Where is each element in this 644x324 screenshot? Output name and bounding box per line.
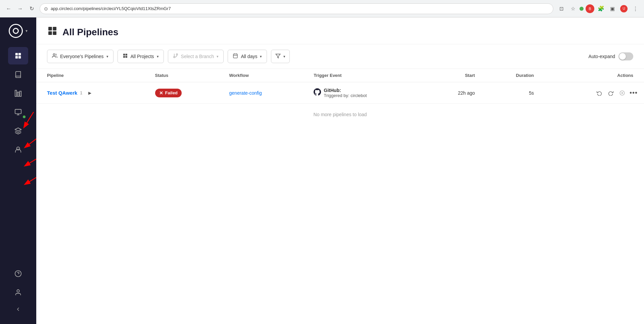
sidebar-item-insights[interactable] xyxy=(8,85,28,102)
col-pipeline: Pipeline xyxy=(36,69,144,82)
svg-marker-34 xyxy=(276,54,280,58)
projects-filter-chevron: ▾ xyxy=(157,54,159,59)
projects-filter-icon xyxy=(123,53,128,60)
trigger-cell: GitHub: Triggered by: circlebot xyxy=(303,82,423,104)
table-header: Pipeline Status Workflow Trigger Event S… xyxy=(36,69,644,82)
sidebar-collapse-button[interactable] xyxy=(8,303,28,316)
svg-rect-7 xyxy=(18,56,21,58)
svg-rect-23 xyxy=(123,54,125,55)
svg-rect-30 xyxy=(233,54,237,58)
filter-button[interactable]: ▾ xyxy=(271,50,290,63)
more-chrome-button[interactable]: ⋮ xyxy=(631,4,640,13)
avatar-profile-button[interactable]: U xyxy=(619,4,629,13)
auto-expand-toggle[interactable] xyxy=(618,52,633,60)
svg-point-28 xyxy=(176,54,178,55)
toggle-knob xyxy=(619,53,626,60)
toolbar: Everyone's Pipelines ▾ All Projects ▾ Se… xyxy=(36,44,644,69)
col-actions: Actions xyxy=(539,69,644,82)
col-start: Start xyxy=(423,69,480,82)
no-more-pipelines-row: No more pipelines to load xyxy=(36,104,644,126)
browser-chrome: ← → ↻ ⊙ app.circleci.com/pipelines/circl… xyxy=(0,0,644,17)
chrome-actions: ⊡ ☆ B 🧩 ▣ U ⋮ xyxy=(557,4,640,13)
nav-buttons: ← → ↻ xyxy=(4,4,36,13)
auto-expand-container: Auto-expand xyxy=(589,52,633,60)
address-bar[interactable]: ⊙ app.circleci.com/pipelines/circleci/YL… xyxy=(40,3,553,14)
svg-point-29 xyxy=(174,56,175,58)
app-container: ▾ xyxy=(0,17,644,324)
col-trigger: Trigger Event xyxy=(303,69,423,82)
svg-rect-8 xyxy=(15,90,17,96)
duration-cell: 5s xyxy=(480,82,539,104)
status-text: Failed xyxy=(165,90,178,95)
pipeline-name-cell: Test QAwerk 1 ▶ xyxy=(36,82,144,104)
svg-rect-20 xyxy=(48,31,52,35)
pipelines-filter-icon xyxy=(52,53,57,60)
svg-rect-4 xyxy=(15,53,18,55)
filter-icon xyxy=(275,53,281,60)
sidebar-item-profile[interactable] xyxy=(8,284,28,301)
branch-filter-icon xyxy=(173,53,178,60)
more-actions-button[interactable]: ••• xyxy=(629,88,639,98)
sidebar-logo[interactable]: ▾ xyxy=(0,17,36,44)
reload-button[interactable]: ↻ xyxy=(27,4,36,13)
rerun-from-failed-button[interactable] xyxy=(606,88,616,98)
rerun-button[interactable] xyxy=(594,88,604,98)
url-text: app.circleci.com/pipelines/circleci/YL5Q… xyxy=(51,6,549,11)
days-filter-chevron: ▾ xyxy=(260,54,262,59)
sidebar-item-help[interactable] xyxy=(8,265,28,282)
calendar-icon xyxy=(233,53,238,60)
cast-button[interactable]: ⊡ xyxy=(557,4,566,13)
failed-icon: ✕ xyxy=(159,90,163,96)
svg-rect-24 xyxy=(125,54,127,55)
status-cell: ✕ Failed xyxy=(144,82,219,104)
branch-filter-button[interactable]: Select a Branch ▾ xyxy=(168,50,224,63)
pipelines-filter-button[interactable]: Everyone's Pipelines ▾ xyxy=(47,50,113,63)
sidebar-item-projects[interactable] xyxy=(8,66,28,83)
pipeline-link[interactable]: Test QAwerk xyxy=(47,90,77,96)
sidebar-item-runner[interactable] xyxy=(8,103,28,121)
col-status: Status xyxy=(144,69,219,82)
pipelines-filter-label: Everyone's Pipelines xyxy=(60,54,104,59)
pipeline-number: 1 xyxy=(80,90,82,95)
duration-text: 5s xyxy=(529,90,534,96)
back-button[interactable]: ← xyxy=(4,4,13,13)
profile-avatar[interactable]: B xyxy=(586,4,594,13)
runner-badge xyxy=(23,115,26,118)
sidebar-item-pipelines[interactable] xyxy=(8,47,28,64)
svg-rect-25 xyxy=(123,56,125,58)
page-icon xyxy=(47,26,58,39)
forward-button[interactable]: → xyxy=(15,4,25,13)
pipeline-table: Pipeline Status Workflow Trigger Event S… xyxy=(36,69,644,125)
svg-rect-26 xyxy=(125,56,127,58)
sidebar-toggle-button[interactable]: ▣ xyxy=(608,4,617,13)
table-container: Pipeline Status Workflow Trigger Event S… xyxy=(36,69,644,324)
sidebar-item-plan[interactable] xyxy=(8,122,28,140)
svg-point-22 xyxy=(53,54,55,55)
status-indicator xyxy=(580,7,584,11)
trigger-by: Triggered by: circlebot xyxy=(324,93,367,98)
workflow-cell: generate-config xyxy=(219,82,303,104)
sidebar-chevron-icon: ▾ xyxy=(26,29,28,33)
sidebar: ▾ xyxy=(0,17,36,324)
status-badge: ✕ Failed xyxy=(155,89,182,97)
expand-pipeline-button[interactable]: ▶ xyxy=(87,90,93,96)
no-more-text: No more pipelines to load xyxy=(36,104,644,126)
svg-rect-21 xyxy=(53,31,56,35)
sidebar-item-runner2[interactable] xyxy=(8,141,28,158)
address-security-icon: ⊙ xyxy=(44,6,48,11)
col-duration: Duration xyxy=(480,69,539,82)
svg-rect-11 xyxy=(15,109,21,114)
workflow-link[interactable]: generate-config xyxy=(229,90,262,96)
days-filter-label: All days xyxy=(241,54,257,59)
svg-rect-19 xyxy=(53,27,56,31)
svg-point-17 xyxy=(17,290,19,292)
sidebar-bottom xyxy=(8,265,28,324)
sidebar-nav xyxy=(0,44,36,265)
extensions-button[interactable]: 🧩 xyxy=(596,4,606,13)
bookmark-button[interactable]: ☆ xyxy=(568,4,578,13)
projects-filter-button[interactable]: All Projects ▾ xyxy=(118,50,164,63)
trigger-info: GitHub: Triggered by: circlebot xyxy=(324,88,367,98)
days-filter-button[interactable]: All days ▾ xyxy=(228,50,267,63)
cancel-button[interactable] xyxy=(617,88,627,98)
start-time-text: 22h ago xyxy=(458,90,475,96)
